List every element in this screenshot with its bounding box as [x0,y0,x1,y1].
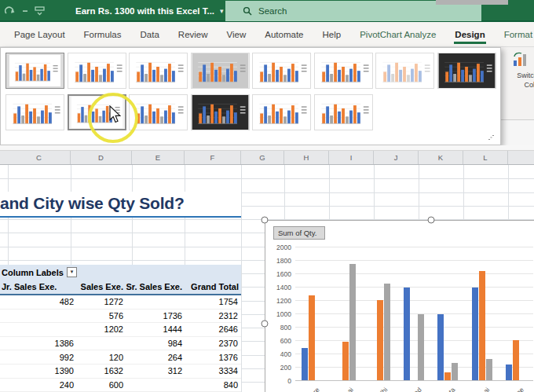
pivot-header-sales-exe[interactable]: Sales Exe. [76,282,126,291]
pivot-cell[interactable]: 312 [126,366,185,376]
bar-pune-jr-sales-exe[interactable] [506,365,512,380]
chart-style-thumbnail-1-3[interactable] [129,53,188,89]
pivot-header-row: Jr. Sales Exe.Sales Exe.Sr. Sales Exe.Gr… [0,280,241,295]
column-header-D[interactable]: D [71,151,132,164]
chart-style-thumbnail-1-8[interactable] [437,53,496,89]
pivot-cell[interactable]: 120 [76,353,126,362]
column-header-H[interactable]: H [284,151,329,164]
bar-mumbai-sr-sales-exe[interactable] [486,359,492,380]
search-placeholder: Search [258,6,287,16]
column-header-C[interactable]: C [8,151,71,164]
pivot-cell[interactable]: 1376 [185,353,241,362]
chart-style-thumbnail-1-4[interactable] [191,53,250,89]
ribbon-tab-data[interactable]: Data [133,24,167,46]
ribbon-tab-view[interactable]: View [219,24,254,46]
pivot-cell[interactable]: 1736 [126,311,185,321]
filter-dropdown-button[interactable]: ▼ [67,267,77,277]
column-header-F[interactable]: F [185,151,241,164]
bar-kolkata-jr-sales-exe[interactable] [437,314,444,380]
excel-window: Earn Rs. 1300 with this Excel T... ▾ Sea… [0,0,534,392]
gallery-resize-handle[interactable] [488,134,494,140]
bar-kolkata-sales-exe[interactable] [444,372,451,380]
pivot-cell[interactable]: 1754 [185,297,241,306]
document-title-button[interactable]: Earn Rs. 1300 with this Excel T... ▾ [75,0,224,22]
ribbon-tab-format[interactable]: Format [496,24,534,46]
pivot-cell[interactable]: 1444 [126,324,185,334]
gallery-row-2 [1,94,373,130]
column-header-I[interactable]: I [329,151,374,164]
chart-style-thumbnail-2-3[interactable] [129,94,188,130]
ribbon-tab-formulas[interactable]: Formulas [76,24,130,46]
quick-access-toolbar [5,4,45,18]
pivot-cell[interactable]: 482 [0,297,76,306]
pivot-cell[interactable]: 240 [0,380,76,390]
pivot-cell[interactable]: 1390 [0,366,76,376]
ribbon-tab-page-layout[interactable]: Page Layout [6,24,73,46]
column-header-J[interactable]: J [374,151,419,164]
ribbon-lower-area [501,119,534,147]
ribbon-tab-review[interactable]: Review [170,24,216,46]
bar-kolkata-sr-sales-exe[interactable] [452,363,458,380]
column-header-K[interactable]: K [419,151,463,164]
pivot-cell[interactable]: 2646 [185,324,241,334]
pivot-cell[interactable]: 984 [126,339,185,348]
pivot-cell[interactable]: 1272 [76,297,126,306]
chart-style-thumbnail-1-2[interactable] [68,53,126,89]
pivot-chart[interactable]: Sum of Qty. 0200400600800100012001400160… [265,220,534,392]
pivot-cell[interactable]: 992 [0,353,76,362]
chart-style-thumbnail-2-6[interactable] [314,94,373,130]
formula-bar-sliver [0,145,534,151]
pivot-cell[interactable]: 576 [76,311,126,321]
chart-handle-top-middle[interactable] [428,217,435,224]
ribbon-tab-design[interactable]: Design [447,24,492,46]
bar-bangalore-jr-sales-exe[interactable] [302,348,308,380]
ribbon-display-options-icon[interactable] [35,6,45,16]
chart-style-thumbnail-2-1[interactable] [5,94,64,130]
pivot-cell[interactable]: 1632 [76,366,126,376]
chart-style-thumbnail-1-7[interactable] [375,53,434,89]
chart-style-thumbnail-2-2[interactable] [68,94,126,130]
redo-icon[interactable] [5,6,16,16]
chart-style-thumbnail-2-5[interactable] [252,94,311,130]
pivot-cell[interactable]: 840 [185,380,241,390]
pivot-header-grand-total[interactable]: Grand Total [185,282,241,291]
chart-style-thumbnail-2-4[interactable] [191,94,250,130]
switch-row-column-icon [512,52,528,68]
ribbon-tab-automate[interactable]: Automate [257,24,311,46]
bar-pune-sales-exe[interactable] [513,340,519,380]
pivot-cell[interactable]: 264 [126,353,185,362]
chart-style-thumbnail-1-1[interactable] [5,53,64,89]
column-header-L[interactable]: L [463,151,508,164]
column-header-G[interactable]: G [241,151,284,164]
bar-chennai-sr-sales-exe[interactable] [349,264,356,380]
pivot-cell[interactable]: 2370 [185,339,241,348]
chart-handle-left-middle[interactable] [262,321,269,328]
chart-x-axis [295,380,533,381]
pivot-cell[interactable]: 1202 [76,324,126,334]
chart-style-thumbnail-1-5[interactable] [252,53,311,89]
chart-field-button[interactable]: Sum of Qty. [273,226,325,240]
bar-chennai-sales-exe[interactable] [342,342,349,380]
column-header-E[interactable]: E [132,151,185,164]
pivot-cell[interactable]: 2312 [185,311,241,321]
bar-bangalore-sales-exe[interactable] [309,295,315,380]
switch-row-column-button[interactable]: Switch Row/ Column [506,52,534,115]
pivot-row: 139016323123334 [0,365,241,379]
pivot-cell[interactable]: 600 [76,380,126,390]
pivot-cell[interactable]: 3334 [185,366,241,376]
pivot-table: Column Labels ▼ Jr. Sales Exe.Sales Exe.… [0,265,241,392]
column-header-M[interactable]: M [508,151,534,164]
pivot-cell[interactable]: 1386 [0,339,76,348]
chart-handle-top-left[interactable] [262,217,269,224]
ribbon-tab-pivotchart-analyze[interactable]: PivotChart Analyze [352,24,444,46]
bar-hyderabad-sr-sales-exe[interactable] [418,314,424,380]
bar-delhi-sr-sales-exe[interactable] [384,284,390,380]
pivot-header-jr-sales-exe[interactable]: Jr. Sales Exe. [0,282,76,291]
bar-delhi-sales-exe[interactable] [377,300,383,380]
ribbon-tab-help[interactable]: Help [315,24,349,46]
pivot-header-sr-sales-exe[interactable]: Sr. Sales Exe. [126,282,185,291]
bar-mumbai-jr-sales-exe[interactable] [472,288,478,380]
bar-hyderabad-jr-sales-exe[interactable] [404,288,410,380]
bar-mumbai-sales-exe[interactable] [479,271,485,380]
chart-style-thumbnail-1-6[interactable] [314,53,373,89]
